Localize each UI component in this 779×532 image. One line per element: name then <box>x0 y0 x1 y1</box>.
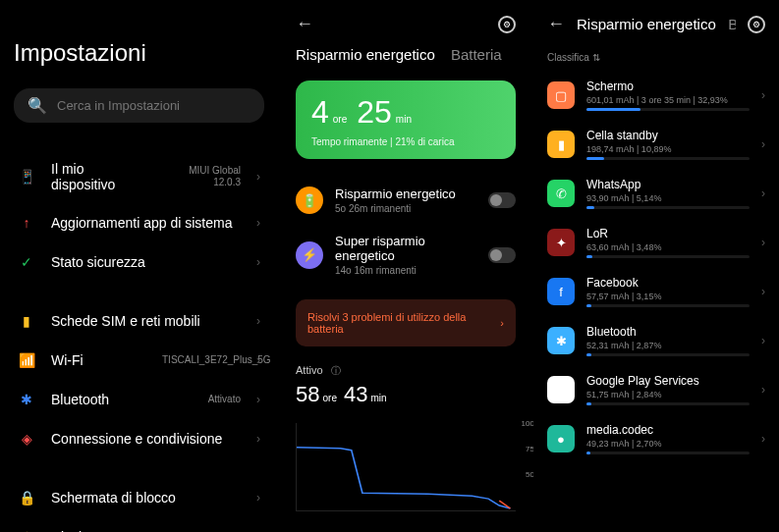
app-row[interactable]: ●media.codec49,23 mAh | 2,70%› <box>547 414 765 463</box>
app-row[interactable]: ✱Bluetooth52,31 mAh | 2,87%› <box>547 316 765 365</box>
bolt-icon: ⚡ <box>296 241 323 269</box>
battery-usage-panel: ← Risparmio energetico Bat ⚙ Classifica … <box>533 0 779 532</box>
info-icon[interactable]: ⓘ <box>331 365 341 376</box>
sort-dropdown[interactable]: Classifica ⇅ <box>547 52 765 63</box>
app-stats: 57,57 mAh | 3,15% <box>586 292 750 301</box>
app-name: Google Play Services <box>586 374 750 388</box>
row-label: Aggiornamenti app di sistema <box>51 215 241 231</box>
row-icon: ☀ <box>18 528 35 532</box>
settings-row[interactable]: ✓Stato sicurezza› <box>14 242 264 282</box>
chevron-right-icon: › <box>256 216 260 230</box>
app-icon: ✆ <box>547 180 575 207</box>
app-stats: 52,31 mAh | 2,87% <box>586 341 750 350</box>
app-row[interactable]: ✦LoR63,60 mAh | 3,48%› <box>547 218 765 267</box>
settings-row[interactable]: ◈Connessione e condivisione› <box>14 419 264 458</box>
minutes-value: 25 <box>357 94 392 131</box>
row-icon: 📶 <box>18 351 35 369</box>
search-input[interactable] <box>57 98 250 113</box>
app-name: Bluetooth <box>586 325 750 339</box>
settings-row[interactable]: ✱BluetoothAttivato› <box>14 380 264 419</box>
app-row[interactable]: ✆WhatsApp93,90 mAh | 5,14%› <box>547 169 765 218</box>
search-box[interactable]: 🔍 <box>14 88 264 123</box>
app-name: LoR <box>586 227 750 240</box>
app-icon: f <box>547 278 575 305</box>
active-time: Attivo ⓘ 58 ore 43 min <box>296 360 516 407</box>
chevron-right-icon: › <box>761 137 765 151</box>
gear-icon[interactable]: ⚙ <box>498 16 516 33</box>
row-label: Schermata di blocco <box>51 490 241 505</box>
chevron-right-icon: › <box>256 491 260 505</box>
toggle[interactable] <box>488 247 516 263</box>
chevron-right-icon: › <box>256 353 260 367</box>
row-label: Wi-Fi <box>51 352 146 368</box>
settings-row[interactable]: ▮Schede SIM e reti mobili› <box>14 301 264 341</box>
hours-value: 4 <box>311 94 329 131</box>
app-stats: 601,01 mAh | 3 ore 35 min | 32,93% <box>586 95 750 105</box>
settings-row[interactable]: 📶Wi-FiTISCALI_3E72_Plus_5G› <box>14 341 264 380</box>
header: ← ⚙ <box>296 10 516 46</box>
app-icon: ● <box>547 425 575 452</box>
row-icon: 🔒 <box>18 489 35 506</box>
app-icon: ✱ <box>547 327 575 354</box>
super-saver-mode[interactable]: ⚡ Super risparmio energetico 14o 16m rim… <box>296 224 516 286</box>
tab-battery[interactable]: Batteria <box>451 46 502 63</box>
settings-row[interactable]: 🔒Schermata di blocco› <box>14 478 264 517</box>
app-icon: ▢ <box>547 81 575 109</box>
chevron-right-icon: › <box>256 393 260 406</box>
time-remaining-card: 4 ore 25 min Tempo rimanente | 21% di ca… <box>296 80 516 159</box>
row-icon: ▮ <box>18 312 35 330</box>
chevron-right-icon: › <box>761 285 765 298</box>
app-name: Schermo <box>586 80 750 93</box>
app-icon: ◆ <box>547 376 575 403</box>
row-label: Schede SIM e reti mobili <box>51 313 241 329</box>
page-title: Impostazioni <box>14 39 264 67</box>
chevron-right-icon: › <box>761 186 765 200</box>
settings-panel: Impostazioni 🔍 📱Il mio dispositivoMIUI G… <box>0 0 278 532</box>
tab-current[interactable]: Risparmio energetico <box>296 46 435 63</box>
row-icon: ✱ <box>18 391 35 408</box>
row-icon: 📱 <box>18 168 35 186</box>
chevron-right-icon: › <box>256 432 260 446</box>
row-label: Bluetooth <box>51 392 193 407</box>
battery-saver-mode[interactable]: 🔋 Risparmio energetico 5o 26m rimanenti <box>296 177 516 224</box>
battery-icon: 🔋 <box>296 186 323 214</box>
toggle[interactable] <box>488 192 516 208</box>
app-stats: 93,90 mAh | 5,14% <box>586 193 750 203</box>
chevron-right-icon: › <box>500 317 504 329</box>
app-name: Facebook <box>586 276 750 290</box>
app-name: media.codec <box>586 423 750 437</box>
chevron-right-icon: › <box>761 88 765 102</box>
battery-issues-banner[interactable]: Risolvi 3 problemi di utilizzo della bat… <box>296 299 516 346</box>
app-row[interactable]: ◆Google Play Services51,75 mAh | 2,84%› <box>547 365 765 414</box>
app-icon: ▮ <box>547 131 575 158</box>
app-row[interactable]: fFacebook57,57 mAh | 3,15%› <box>547 267 765 316</box>
settings-row[interactable]: ↑Aggiornamenti app di sistema› <box>14 203 264 242</box>
chevron-right-icon: › <box>761 432 765 446</box>
row-label: Connessione e condivisione <box>51 431 241 447</box>
chevron-right-icon: › <box>761 334 765 347</box>
chevron-right-icon: › <box>256 314 260 328</box>
battery-chart: 100% 75% 50% <box>296 423 516 511</box>
app-row[interactable]: ▢Schermo601,01 mAh | 3 ore 35 min | 32,9… <box>547 71 765 120</box>
settings-row[interactable]: 📱Il mio dispositivoMIUI Global 12.0.3› <box>14 150 264 203</box>
gear-icon[interactable]: ⚙ <box>748 16 765 33</box>
row-label: Il mio dispositivo <box>51 161 146 192</box>
back-icon[interactable]: ← <box>547 14 565 34</box>
battery-saver-panel: ← ⚙ Risparmio energetico Batteria 4 ore … <box>278 0 533 532</box>
row-label: Stato sicurezza <box>51 254 241 270</box>
chevron-right-icon: › <box>256 170 260 184</box>
row-icon: ◈ <box>18 430 35 448</box>
chevron-right-icon: › <box>761 236 765 249</box>
app-row[interactable]: ▮Cella standby198,74 mAh | 10,89%› <box>547 120 765 169</box>
app-stats: 51,75 mAh | 2,84% <box>586 390 750 399</box>
settings-row[interactable]: ☀Display› <box>14 517 264 532</box>
app-stats: 63,60 mAh | 3,48% <box>586 242 750 252</box>
row-meta: Attivato <box>208 394 241 405</box>
chevron-right-icon: › <box>256 255 260 269</box>
row-meta: MIUI Global 12.0.3 <box>162 165 241 188</box>
header: ← Risparmio energetico Bat ⚙ <box>547 10 765 44</box>
app-stats: 198,74 mAh | 10,89% <box>586 144 750 154</box>
back-icon[interactable]: ← <box>296 14 313 34</box>
app-name: WhatsApp <box>586 178 750 191</box>
app-name: Cella standby <box>586 129 750 142</box>
